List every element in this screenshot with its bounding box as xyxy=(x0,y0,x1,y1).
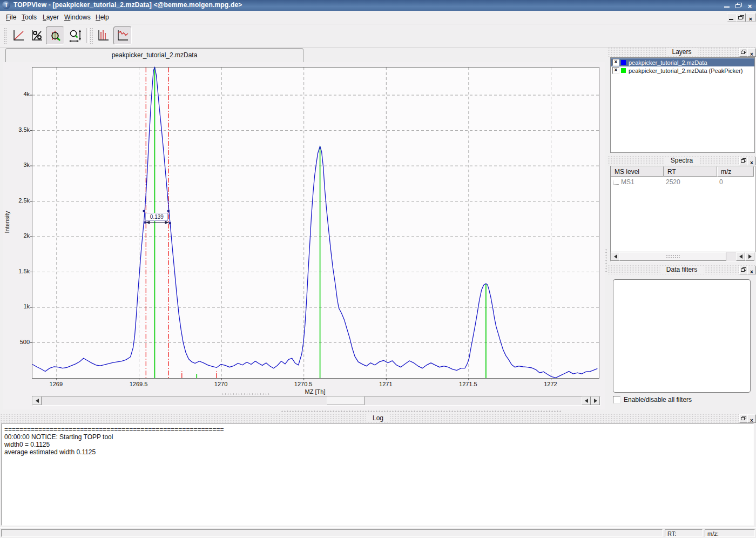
close-panel-button[interactable]: × xyxy=(747,157,756,165)
scroll-left-button[interactable] xyxy=(736,252,745,261)
splitter-handle[interactable] xyxy=(221,392,270,395)
arrow-right-icon xyxy=(594,399,597,403)
scroll-left-button[interactable] xyxy=(611,252,620,261)
toolbar-drag-handle[interactable] xyxy=(90,28,93,44)
layer-item[interactable]: × peakpicker_tutorial_2.mzData (PeakPick… xyxy=(611,66,754,75)
move-magnifier-icon xyxy=(68,29,82,43)
close-icon: × xyxy=(750,418,753,423)
x-axis-tick-label: 1269.5 xyxy=(122,381,154,387)
scroll-right-button[interactable] xyxy=(591,396,600,405)
float-panel-button[interactable] xyxy=(739,414,748,423)
close-panel-button[interactable]: × xyxy=(747,266,756,274)
table-row[interactable]: MS1 xyxy=(613,178,663,186)
enable-all-filters-checkbox[interactable] xyxy=(613,396,620,404)
draw-peaks-mode-button[interactable] xyxy=(94,26,112,45)
tab-bar: peakpicker_tutorial_2.mzData xyxy=(3,48,605,63)
log-line: 00:00:00 NOTICE: Starting TOPP tool xyxy=(4,433,751,441)
scroll-right-button[interactable] xyxy=(745,252,754,261)
status-bar: RT: m/z: 1270.940602 xyxy=(0,527,756,538)
percentage-scale-icon xyxy=(30,29,44,43)
draw-profile-mode-button[interactable] xyxy=(113,26,132,45)
toolbar-drag-handle[interactable] xyxy=(4,28,7,44)
column-header-rt[interactable]: RT xyxy=(664,166,717,177)
y-axis-tick-label: 1.5k xyxy=(3,268,30,274)
layer-visibility-checkbox[interactable]: × xyxy=(612,59,619,66)
minimize-icon xyxy=(724,6,730,8)
arrow-left-icon xyxy=(739,254,742,259)
close-button[interactable]: × xyxy=(745,1,755,9)
menu-layer[interactable]: Layer xyxy=(39,12,63,24)
menu-windows[interactable]: Windows xyxy=(60,12,94,24)
toolbar xyxy=(0,24,756,48)
linear-scale-icon xyxy=(11,29,25,43)
table-cell-mz[interactable]: 0 xyxy=(719,178,752,186)
column-header-mz[interactable]: m/z xyxy=(717,166,754,177)
translate-measure-mode-button[interactable] xyxy=(66,26,84,45)
minimize-icon xyxy=(729,19,733,20)
layer-item[interactable]: × peakpicker_tutorial_2.mzData xyxy=(611,58,754,66)
scrollbar-thumb[interactable] xyxy=(619,252,726,261)
close-icon: × xyxy=(750,269,753,275)
spectra-panel-titlebar: Spectra × xyxy=(608,156,756,165)
restore-button[interactable] xyxy=(733,1,744,9)
log-line: width0 = 0.1125 xyxy=(4,441,751,448)
layer-visibility-checkbox[interactable]: × xyxy=(612,67,619,74)
splitter-handle[interactable] xyxy=(605,48,608,409)
splitter-handle[interactable] xyxy=(0,409,756,413)
mdi-minimize-button[interactable] xyxy=(727,13,737,22)
float-panel-button[interactable] xyxy=(739,48,748,57)
log-output: ========================================… xyxy=(1,423,754,526)
column-header-ms-level[interactable]: MS level xyxy=(611,166,664,177)
layer-color-chip xyxy=(621,60,626,65)
tree-branch-icon xyxy=(613,180,619,185)
layers-list: × peakpicker_tutorial_2.mzData × peakpic… xyxy=(610,57,755,153)
float-panel-button[interactable] xyxy=(739,157,748,165)
status-mz: m/z: 1270.940602 xyxy=(705,529,755,537)
x-axis-tick-label: 1271.5 xyxy=(452,381,484,387)
log-panel-titlebar: Log × xyxy=(0,414,756,423)
spectrum-view: Intensity 0.139 5001k1.5k2k2.5k3k3.5k4k … xyxy=(3,62,605,409)
minimize-button[interactable] xyxy=(722,1,732,9)
close-icon: × xyxy=(748,2,752,10)
zoom-magnifier-icon xyxy=(48,29,62,43)
close-panel-button[interactable]: × xyxy=(747,48,756,57)
peak-width-annotation: 0.139 xyxy=(145,213,168,221)
scroll-left-button[interactable] xyxy=(582,396,591,405)
float-panel-button[interactable] xyxy=(739,266,748,274)
zoom-mode-button[interactable] xyxy=(46,26,64,45)
arrow-left-icon xyxy=(614,254,617,259)
mdi-close-button[interactable]: × xyxy=(746,13,755,22)
menu-help[interactable]: Help xyxy=(92,12,113,24)
arrow-left-icon xyxy=(36,399,39,403)
title-bar[interactable]: T TOPPView - [peakpicker_tutorial_2.mzDa… xyxy=(0,0,756,11)
spectra-horizontal-scrollbar[interactable] xyxy=(610,252,755,261)
y-axis-tick-label: 500 xyxy=(3,339,30,345)
panel-title: Data filters xyxy=(660,266,704,273)
close-panel-button[interactable]: × xyxy=(747,414,756,423)
x-axis-title: MZ [Th] xyxy=(32,388,598,395)
mdi-restore-button[interactable] xyxy=(736,13,746,22)
scrollbar-thumb[interactable] xyxy=(327,396,364,405)
tab-spectrum-file[interactable]: peakpicker_tutorial_2.mzData xyxy=(5,48,303,62)
scroll-left-button[interactable] xyxy=(32,396,42,405)
arrow-left-icon xyxy=(585,399,588,403)
menu-tools[interactable]: Tools xyxy=(18,12,40,24)
arrow-right-icon xyxy=(748,254,752,259)
plot-canvas[interactable] xyxy=(32,67,599,379)
app-icon: T xyxy=(2,1,10,9)
intensity-linear-mode-button[interactable] xyxy=(9,26,28,45)
toolbar-separator xyxy=(86,28,89,43)
y-axis-title: Intensity xyxy=(4,211,10,233)
layers-panel-titlebar: Layers × xyxy=(608,48,756,57)
spectrum-chart xyxy=(32,68,599,378)
x-axis-tick-label: 1270.5 xyxy=(287,381,320,387)
table-cell-rt[interactable]: 2520 xyxy=(666,178,716,186)
x-axis-tick-label: 1269 xyxy=(40,381,72,387)
status-rt: RT: xyxy=(665,529,703,537)
intensity-percentage-mode-button[interactable] xyxy=(28,26,46,45)
profile-line-icon xyxy=(116,29,130,43)
plot-horizontal-scrollbar[interactable] xyxy=(32,396,600,406)
close-icon: × xyxy=(749,16,752,22)
x-axis-tick-label: 1271 xyxy=(369,381,402,387)
close-icon: × xyxy=(750,160,753,166)
